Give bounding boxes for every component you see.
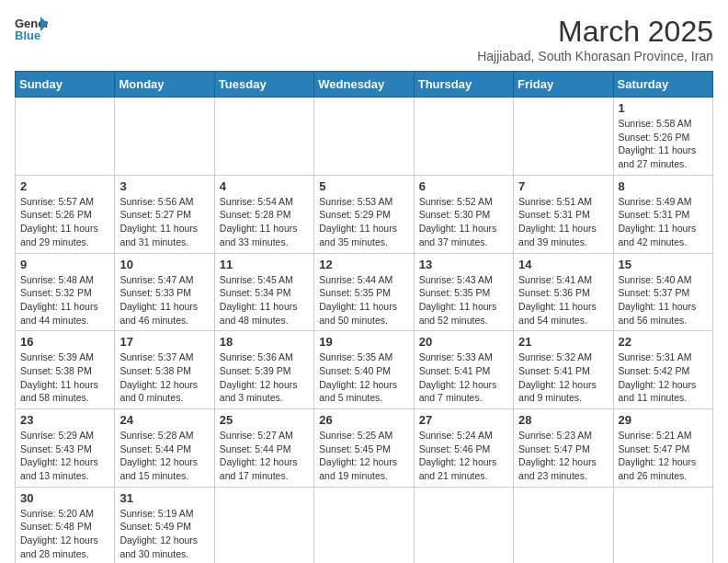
day-number: 20 (419, 335, 508, 349)
svg-text:Blue: Blue (15, 29, 40, 42)
day-number: 16 (20, 335, 109, 349)
day-number: 11 (220, 258, 309, 271)
day-number: 9 (20, 258, 109, 271)
calendar-cell: 2Sunrise: 5:57 AMSunset: 5:26 PMDaylight… (16, 175, 115, 253)
calendar-cell: 9Sunrise: 5:48 AMSunset: 5:32 PMDaylight… (16, 253, 115, 331)
day-number: 26 (319, 413, 408, 427)
calendar-cell: 22Sunrise: 5:31 AMSunset: 5:42 PMDayligh… (613, 331, 712, 409)
day-info: Sunrise: 5:44 AMSunset: 5:35 PMDaylight:… (319, 273, 408, 327)
calendar-table: SundayMondayTuesdayWednesdayThursdayFrid… (15, 71, 713, 563)
calendar-cell: 23Sunrise: 5:29 AMSunset: 5:43 PMDayligh… (16, 409, 115, 488)
day-info: Sunrise: 5:58 AMSunset: 5:26 PMDaylight:… (619, 117, 708, 171)
day-info: Sunrise: 5:43 AMSunset: 5:35 PMDaylight:… (419, 273, 508, 327)
calendar-cell: 19Sunrise: 5:35 AMSunset: 5:40 PMDayligh… (314, 331, 414, 409)
day-info: Sunrise: 5:56 AMSunset: 5:27 PMDaylight:… (119, 195, 209, 249)
calendar-cell: 11Sunrise: 5:45 AMSunset: 5:34 PMDayligh… (214, 253, 313, 331)
calendar-cell (514, 487, 613, 563)
day-number: 2 (20, 179, 109, 193)
day-info: Sunrise: 5:37 AMSunset: 5:38 PMDaylight:… (119, 350, 209, 405)
calendar-cell (214, 98, 313, 176)
calendar-cell (414, 487, 513, 563)
calendar-header-sunday: Sunday (16, 72, 115, 98)
calendar-header-thursday: Thursday (414, 72, 513, 98)
day-info: Sunrise: 5:40 AMSunset: 5:37 PMDaylight:… (619, 273, 708, 327)
day-info: Sunrise: 5:36 AMSunset: 5:39 PMDaylight:… (220, 350, 309, 405)
calendar-cell (414, 98, 513, 176)
day-info: Sunrise: 5:49 AMSunset: 5:31 PMDaylight:… (619, 195, 708, 249)
calendar-header-wednesday: Wednesday (314, 72, 414, 98)
calendar-cell (16, 98, 115, 176)
calendar-cell: 5Sunrise: 5:53 AMSunset: 5:29 PMDaylight… (314, 175, 414, 253)
calendar-cell (613, 487, 712, 563)
day-info: Sunrise: 5:47 AMSunset: 5:33 PMDaylight:… (119, 273, 209, 327)
calendar-week-row: 23Sunrise: 5:29 AMSunset: 5:43 PMDayligh… (16, 409, 713, 488)
calendar-cell: 26Sunrise: 5:25 AMSunset: 5:45 PMDayligh… (314, 409, 414, 488)
day-number: 28 (518, 413, 608, 427)
day-info: Sunrise: 5:57 AMSunset: 5:26 PMDaylight:… (20, 195, 109, 249)
header: General Blue March 2025 Hajjiabad, South… (15, 15, 713, 63)
day-number: 12 (319, 258, 408, 271)
day-info: Sunrise: 5:51 AMSunset: 5:31 PMDaylight:… (518, 195, 608, 249)
calendar-cell: 28Sunrise: 5:23 AMSunset: 5:47 PMDayligh… (514, 409, 613, 488)
day-info: Sunrise: 5:29 AMSunset: 5:43 PMDaylight:… (20, 429, 109, 483)
day-number: 21 (518, 335, 608, 349)
day-number: 13 (419, 258, 508, 271)
day-number: 4 (220, 179, 309, 193)
calendar-cell: 18Sunrise: 5:36 AMSunset: 5:39 PMDayligh… (214, 331, 313, 409)
day-info: Sunrise: 5:31 AMSunset: 5:42 PMDaylight:… (619, 350, 708, 405)
calendar-cell (214, 487, 313, 563)
calendar-cell: 31Sunrise: 5:19 AMSunset: 5:49 PMDayligh… (115, 487, 214, 563)
calendar-week-row: 1Sunrise: 5:58 AMSunset: 5:26 PMDaylight… (16, 98, 713, 176)
calendar-header-row: SundayMondayTuesdayWednesdayThursdayFrid… (16, 72, 713, 98)
day-info: Sunrise: 5:33 AMSunset: 5:41 PMDaylight:… (419, 350, 508, 405)
calendar-week-row: 16Sunrise: 5:39 AMSunset: 5:38 PMDayligh… (16, 331, 713, 409)
day-number: 10 (119, 258, 209, 271)
calendar-cell: 3Sunrise: 5:56 AMSunset: 5:27 PMDaylight… (115, 175, 214, 253)
day-number: 5 (319, 179, 408, 193)
calendar-cell: 24Sunrise: 5:28 AMSunset: 5:44 PMDayligh… (115, 409, 214, 488)
calendar-cell: 20Sunrise: 5:33 AMSunset: 5:41 PMDayligh… (414, 331, 513, 409)
calendar-header-saturday: Saturday (613, 72, 712, 98)
day-number: 25 (220, 413, 309, 427)
calendar-cell: 7Sunrise: 5:51 AMSunset: 5:31 PMDaylight… (514, 175, 613, 253)
calendar-cell (314, 98, 414, 176)
calendar-cell: 30Sunrise: 5:20 AMSunset: 5:48 PMDayligh… (16, 487, 115, 563)
day-number: 24 (119, 413, 209, 427)
day-number: 22 (619, 335, 708, 349)
month-year-title: March 2025 (477, 15, 713, 49)
calendar-cell: 27Sunrise: 5:24 AMSunset: 5:46 PMDayligh… (414, 409, 513, 488)
day-info: Sunrise: 5:53 AMSunset: 5:29 PMDaylight:… (319, 195, 408, 249)
logo-icon: General Blue (15, 15, 48, 42)
day-info: Sunrise: 5:19 AMSunset: 5:49 PMDaylight:… (119, 507, 209, 561)
calendar-cell: 16Sunrise: 5:39 AMSunset: 5:38 PMDayligh… (16, 331, 115, 409)
day-info: Sunrise: 5:41 AMSunset: 5:36 PMDaylight:… (518, 273, 608, 327)
day-number: 1 (619, 101, 708, 115)
day-info: Sunrise: 5:28 AMSunset: 5:44 PMDaylight:… (119, 429, 209, 483)
calendar-cell: 6Sunrise: 5:52 AMSunset: 5:30 PMDaylight… (414, 175, 513, 253)
calendar-cell: 12Sunrise: 5:44 AMSunset: 5:35 PMDayligh… (314, 253, 414, 331)
calendar-cell: 25Sunrise: 5:27 AMSunset: 5:44 PMDayligh… (214, 409, 313, 488)
title-section: March 2025 Hajjiabad, South Khorasan Pro… (477, 15, 713, 63)
day-info: Sunrise: 5:25 AMSunset: 5:45 PMDaylight:… (319, 429, 408, 483)
calendar-cell: 1Sunrise: 5:58 AMSunset: 5:26 PMDaylight… (613, 98, 712, 176)
calendar-cell (314, 487, 414, 563)
calendar-cell: 17Sunrise: 5:37 AMSunset: 5:38 PMDayligh… (115, 331, 214, 409)
day-info: Sunrise: 5:54 AMSunset: 5:28 PMDaylight:… (220, 195, 309, 249)
day-number: 7 (518, 179, 608, 193)
day-info: Sunrise: 5:32 AMSunset: 5:41 PMDaylight:… (518, 350, 608, 405)
calendar-cell: 29Sunrise: 5:21 AMSunset: 5:47 PMDayligh… (613, 409, 712, 488)
day-info: Sunrise: 5:21 AMSunset: 5:47 PMDaylight:… (619, 429, 708, 483)
day-number: 30 (20, 491, 109, 505)
day-info: Sunrise: 5:23 AMSunset: 5:47 PMDaylight:… (518, 429, 608, 483)
day-number: 8 (619, 179, 708, 193)
day-info: Sunrise: 5:35 AMSunset: 5:40 PMDaylight:… (319, 350, 408, 405)
calendar-header-friday: Friday (514, 72, 613, 98)
logo: General Blue (15, 15, 48, 42)
day-number: 3 (119, 179, 209, 193)
calendar-cell: 21Sunrise: 5:32 AMSunset: 5:41 PMDayligh… (514, 331, 613, 409)
calendar-cell: 8Sunrise: 5:49 AMSunset: 5:31 PMDaylight… (613, 175, 712, 253)
day-number: 29 (619, 413, 708, 427)
calendar-cell (514, 98, 613, 176)
calendar-cell: 13Sunrise: 5:43 AMSunset: 5:35 PMDayligh… (414, 253, 513, 331)
day-number: 17 (119, 335, 209, 349)
